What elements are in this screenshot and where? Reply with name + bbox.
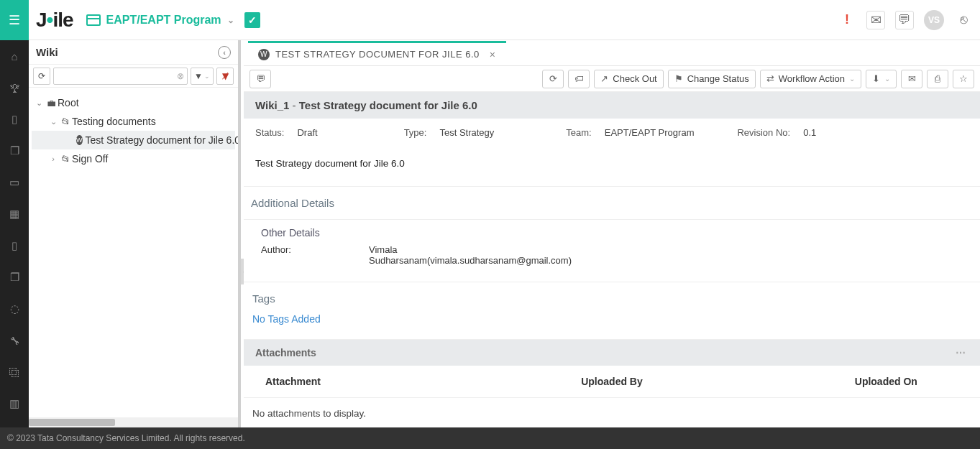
- left-nav: ☰ ⌂ 🏆︎ ▯ ❐ ▭ ▦ ▯ ❐ ◌ 🔧︎ ⿻ ▥: [0, 0, 29, 427]
- doc-icon: W: [258, 49, 270, 60]
- team-label: Team:: [566, 127, 591, 138]
- collapse-panel-icon[interactable]: ‹: [218, 46, 231, 59]
- tags-header: Tags: [244, 282, 980, 307]
- home-icon[interactable]: ⌂: [0, 40, 29, 72]
- email-button[interactable]: ✉: [901, 70, 922, 88]
- doc-title-bar: Wiki_1 - Test Strategy document for Jile…: [244, 92, 980, 119]
- doc-icon: W: [76, 135, 83, 145]
- doc-id: Wiki_1: [255, 99, 289, 111]
- status-label: Status:: [255, 127, 284, 138]
- check-icon: ✓: [244, 12, 260, 28]
- footer-text: © 2023 Tata Consultancy Services Limited…: [7, 433, 245, 443]
- inbox-icon[interactable]: ✉: [866, 11, 885, 29]
- author-label: Author:: [261, 244, 369, 266]
- program-selector[interactable]: EAPT/EAPT Program ⌄ ✓: [86, 12, 260, 28]
- status-value: Draft: [297, 127, 317, 138]
- rev-value: 0.1: [803, 127, 816, 138]
- tag-button[interactable]: 🏷︎: [568, 70, 590, 88]
- wiki-tree: ⌄ 💼︎ Root ⌄ 📂︎ Testing documents W Test …: [29, 88, 238, 174]
- doc-title: Test Strategy document for Jile 6.0: [299, 99, 477, 111]
- stack-icon[interactable]: ❐: [0, 261, 29, 293]
- close-tab-icon[interactable]: ×: [490, 49, 496, 60]
- star-icon: ☆: [959, 73, 968, 84]
- trophy-icon[interactable]: 🏆︎: [0, 72, 29, 103]
- chevron-down-icon: ⌄: [227, 15, 234, 25]
- logo: J•ile: [36, 9, 73, 32]
- chevron-down-icon: ⌄: [849, 75, 855, 83]
- tab-title: TEST STRATEGY DOCUMENT FOR JILE 6.0: [275, 49, 480, 60]
- col-uploaded-by: Uploaded By: [496, 376, 727, 387]
- check-out-button[interactable]: ↗Check Out: [594, 70, 663, 88]
- workflow-action-label: Workflow Action: [779, 73, 845, 84]
- tree-item-label: Test Strategy document for Jile 6.0: [86, 134, 239, 146]
- chevron-down-icon: ⌄: [33, 98, 45, 108]
- notebook-icon[interactable]: ▯: [0, 230, 29, 261]
- refresh-icon: ⟳: [549, 73, 557, 84]
- tree-folder-label: Testing documents: [72, 116, 156, 127]
- status-icon: ⚑: [674, 73, 683, 84]
- logo-suffix: ile: [52, 9, 73, 32]
- clear-search-icon[interactable]: ⊗: [177, 71, 184, 81]
- copy-icon[interactable]: ⿻: [0, 356, 29, 388]
- layers-icon[interactable]: ❐: [0, 135, 29, 167]
- wiki-h-scrollbar[interactable]: [29, 417, 238, 427]
- calendar-icon[interactable]: ▦: [0, 198, 29, 230]
- alert-icon[interactable]: !: [838, 11, 856, 29]
- wiki-title: Wiki: [36, 46, 58, 58]
- workflow-icon: ⇄: [766, 73, 774, 84]
- refresh-button[interactable]: ⟳: [33, 68, 50, 85]
- tree-folder-testing[interactable]: ⌄ 📂︎ Testing documents: [32, 112, 235, 131]
- tab-bar: W TEST STRATEGY DOCUMENT FOR JILE 6.0 ×: [244, 40, 980, 66]
- tab-test-strategy[interactable]: W TEST STRATEGY DOCUMENT FOR JILE 6.0 ×: [248, 41, 506, 65]
- chart-icon[interactable]: ▥: [0, 388, 29, 420]
- device-icon[interactable]: ▯: [0, 103, 29, 135]
- doc-description: Test Strategy document for Jile 6.0: [244, 138, 980, 187]
- wiki-toolbar: ⟳ ⊗ ▼ ⌄ ▼̸: [29, 65, 238, 88]
- folder-open-icon: 📂︎: [59, 116, 72, 127]
- logo-dot-icon: •: [47, 9, 53, 32]
- workflow-action-button[interactable]: ⇄Workflow Action⌄: [760, 70, 861, 88]
- download-icon: ⬇: [872, 73, 880, 84]
- additional-details-header: Additional Details: [244, 187, 980, 220]
- search-input-wrap: ⊗: [53, 68, 188, 85]
- filter-clear-button[interactable]: ▼̸: [216, 68, 234, 85]
- tree-root-label: Root: [58, 97, 79, 108]
- wrench-icon[interactable]: 🔧︎: [0, 325, 29, 356]
- chat-icon[interactable]: 💬︎: [895, 11, 914, 29]
- print-button[interactable]: ⎙: [927, 70, 948, 88]
- download-button[interactable]: ⬇⌄: [866, 70, 897, 88]
- footer: © 2023 Tata Consultancy Services Limited…: [0, 427, 980, 449]
- tree-root[interactable]: ⌄ 💼︎ Root: [32, 93, 235, 112]
- briefcase-icon: 💼︎: [45, 98, 58, 108]
- author-row: Author: Vimala Sudharsanam(vimala.sudhar…: [244, 240, 980, 282]
- check-out-label: Check Out: [613, 73, 656, 84]
- change-status-button[interactable]: ⚑Change Status: [668, 70, 756, 88]
- search-input[interactable]: [57, 71, 177, 81]
- topbar-right: ! ✉ 💬︎ VS ⎋: [838, 10, 973, 30]
- tree-item-test-strategy[interactable]: W Test Strategy document for Jile 6.0: [32, 131, 235, 149]
- chevron-right-icon: ›: [47, 154, 59, 163]
- logout-icon[interactable]: ⎋: [954, 11, 973, 29]
- team-value: EAPT/EAPT Program: [605, 127, 695, 138]
- circle-icon[interactable]: ◌: [0, 293, 29, 325]
- refresh-button[interactable]: ⟳: [542, 70, 564, 88]
- attachments-actions[interactable]: ⋯: [956, 347, 968, 358]
- program-icon: [86, 14, 101, 26]
- tablet-icon[interactable]: ▭: [0, 167, 29, 198]
- hamburger-menu[interactable]: ☰: [0, 0, 29, 40]
- other-details-header: Other Details: [244, 220, 980, 240]
- star-button[interactable]: ☆: [953, 70, 974, 88]
- main-area: W TEST STRATEGY DOCUMENT FOR JILE 6.0 × …: [244, 40, 980, 427]
- avatar[interactable]: VS: [924, 10, 944, 30]
- comment-icon: 💬︎: [256, 73, 265, 84]
- comment-button[interactable]: 💬︎: [249, 70, 271, 88]
- tag-icon: 🏷︎: [574, 73, 584, 84]
- top-bar: J•ile EAPT/EAPT Program ⌄ ✓ ! ✉ 💬︎ VS ⎋: [29, 0, 980, 40]
- print-icon: ⎙: [935, 73, 940, 84]
- chevron-down-icon: ⌄: [47, 117, 59, 126]
- rev-label: Revision No:: [737, 127, 790, 138]
- tree-folder-signoff[interactable]: › 📂︎ Sign Off: [32, 149, 235, 168]
- filter-button[interactable]: ▼ ⌄: [191, 68, 214, 85]
- col-uploaded-on: Uploaded On: [728, 376, 958, 387]
- no-tags-text[interactable]: No Tags Added: [244, 307, 980, 340]
